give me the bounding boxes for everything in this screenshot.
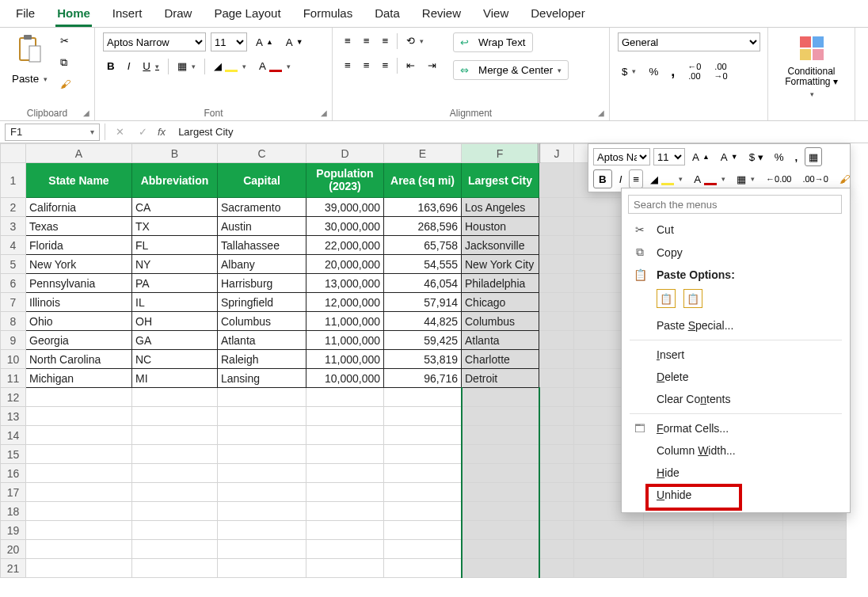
col-header-E[interactable]: E: [384, 144, 462, 163]
wrap-text-button[interactable]: ↩ Wrap Text: [453, 32, 532, 52]
cell[interactable]: Detroit: [462, 369, 539, 388]
cell[interactable]: [306, 521, 384, 540]
tab-home[interactable]: Home: [55, 3, 92, 27]
row-header[interactable]: 20: [1, 540, 26, 559]
cell[interactable]: 30,000,000: [306, 217, 384, 236]
row-header[interactable]: 10: [1, 350, 26, 369]
cell[interactable]: Jacksonville: [462, 236, 539, 255]
cell[interactable]: [714, 559, 783, 578]
align-right-button[interactable]: ≡: [379, 57, 393, 74]
cell[interactable]: [539, 388, 574, 407]
cell[interactable]: [218, 464, 306, 483]
cell[interactable]: [218, 521, 306, 540]
cell[interactable]: CA: [132, 198, 218, 217]
cell[interactable]: [539, 331, 574, 350]
cell[interactable]: Houston: [462, 217, 539, 236]
tab-view[interactable]: View: [482, 3, 510, 27]
cell[interactable]: [218, 559, 306, 578]
cell[interactable]: North Carolina: [26, 350, 132, 369]
fx-icon[interactable]: fx: [158, 126, 166, 138]
cell[interactable]: [132, 407, 218, 426]
cell[interactable]: 44,825: [384, 312, 462, 331]
cell[interactable]: [384, 502, 462, 521]
cell[interactable]: Sacramento: [218, 198, 306, 217]
mini-italic[interactable]: I: [615, 169, 626, 188]
cell[interactable]: [306, 388, 384, 407]
cell[interactable]: Columbus: [462, 312, 539, 331]
tab-data[interactable]: Data: [373, 3, 402, 27]
row-header[interactable]: 19: [1, 521, 26, 540]
cell[interactable]: [218, 407, 306, 426]
decrease-font-button[interactable]: A▼: [282, 34, 307, 51]
increase-decimal-button[interactable]: ←0.00: [683, 59, 705, 83]
cell[interactable]: Atlanta: [462, 331, 539, 350]
cell[interactable]: 46,054: [384, 274, 462, 293]
cell[interactable]: PA: [132, 274, 218, 293]
cell[interactable]: [306, 502, 384, 521]
cell[interactable]: [539, 407, 574, 426]
underline-button[interactable]: U: [139, 58, 163, 74]
mini-align-center[interactable]: ≡: [629, 169, 643, 188]
mini-currency[interactable]: $ ▾: [745, 147, 767, 166]
cell[interactable]: [539, 217, 574, 236]
mini-borders[interactable]: ▦: [733, 169, 759, 188]
cell[interactable]: 22,000,000: [306, 236, 384, 255]
cell[interactable]: [539, 445, 574, 464]
ctx-delete[interactable]: Delete: [622, 366, 850, 388]
cell[interactable]: Harrisburg: [218, 274, 306, 293]
col-header-F[interactable]: F: [462, 144, 539, 163]
cell[interactable]: 268,596: [384, 217, 462, 236]
cell[interactable]: 65,758: [384, 236, 462, 255]
table-header-cell[interactable]: Abbreviation: [132, 163, 218, 198]
table-header-cell[interactable]: Area (sq mi): [384, 163, 462, 198]
cell[interactable]: 10,000,000: [306, 369, 384, 388]
cell[interactable]: Chicago: [462, 293, 539, 312]
cell[interactable]: [714, 521, 783, 540]
cell[interactable]: [783, 540, 847, 559]
italic-button[interactable]: I: [124, 58, 135, 74]
cell[interactable]: [26, 540, 132, 559]
tab-review[interactable]: Review: [421, 3, 463, 27]
dialog-launcher-icon[interactable]: ◢: [598, 108, 604, 117]
row-header[interactable]: 2: [1, 198, 26, 217]
cell[interactable]: Raleigh: [218, 350, 306, 369]
mini-dec-decimal[interactable]: .00→0: [798, 169, 832, 188]
cell[interactable]: Tallahassee: [218, 236, 306, 255]
cell[interactable]: Lansing: [218, 369, 306, 388]
cell[interactable]: [384, 559, 462, 578]
cell[interactable]: [26, 445, 132, 464]
currency-button[interactable]: $: [618, 63, 640, 80]
cell[interactable]: Charlotte: [462, 350, 539, 369]
cell[interactable]: Michigan: [26, 369, 132, 388]
mini-inc-decimal[interactable]: ←0.00: [762, 169, 795, 188]
cell[interactable]: Georgia: [26, 331, 132, 350]
cut-button[interactable]: ✂: [56, 32, 73, 49]
cell[interactable]: NY: [132, 255, 218, 274]
tab-draw[interactable]: Draw: [162, 3, 193, 27]
cell[interactable]: [462, 521, 539, 540]
cell[interactable]: [539, 198, 574, 217]
cell[interactable]: [783, 559, 847, 578]
table-header-cell[interactable]: Largest City: [462, 163, 539, 198]
table-header-cell[interactable]: Capital: [218, 163, 306, 198]
cell[interactable]: Philadelphia: [462, 274, 539, 293]
cell[interactable]: Ohio: [26, 312, 132, 331]
align-center-button[interactable]: ≡: [360, 57, 374, 74]
cell[interactable]: Pennsylvania: [26, 274, 132, 293]
mini-font-color[interactable]: A: [690, 169, 729, 188]
cell[interactable]: [539, 369, 574, 388]
paste-icon[interactable]: [13, 32, 47, 66]
number-format-select[interactable]: General: [618, 32, 760, 51]
row-header[interactable]: 1: [1, 163, 26, 198]
col-header-D[interactable]: D: [306, 144, 384, 163]
format-painter-button[interactable]: 🖌: [56, 76, 74, 93]
row-header[interactable]: 18: [1, 502, 26, 521]
mini-bold[interactable]: B: [593, 169, 612, 188]
cell[interactable]: [218, 426, 306, 445]
ctx-copy[interactable]: ⧉Copy: [622, 241, 850, 264]
ctx-format-cells[interactable]: 🗔Format Cells...: [622, 417, 850, 439]
cell[interactable]: Austin: [218, 217, 306, 236]
cell[interactable]: [132, 521, 218, 540]
align-left-button[interactable]: ≡: [341, 57, 355, 74]
table-header-cell[interactable]: Population(2023): [306, 163, 384, 198]
